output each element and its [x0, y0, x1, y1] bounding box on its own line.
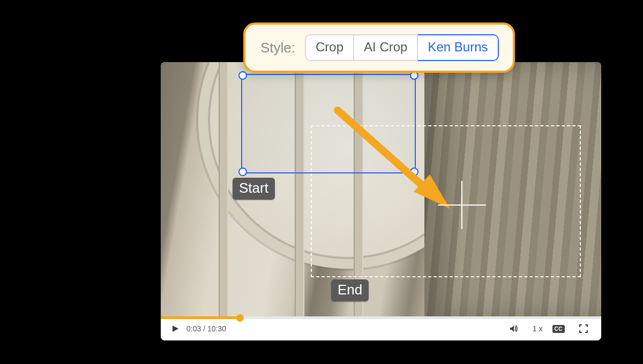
editor-stage: Start End 0:03 / 10:30 — [0, 0, 643, 364]
seek-bar-fill — [161, 316, 240, 319]
resize-handle-bottom-right[interactable] — [410, 168, 418, 176]
video-canvas[interactable]: Start End — [161, 62, 601, 317]
style-option-ai-crop[interactable]: AI Crop — [354, 34, 418, 61]
video-player: Start End 0:03 / 10:30 — [161, 62, 601, 340]
style-option-crop[interactable]: Crop — [305, 34, 354, 61]
end-frame-label: End — [331, 279, 369, 301]
backdrop-mullion — [219, 62, 228, 317]
svg-marker-3 — [510, 325, 514, 332]
kenburns-start-frame[interactable] — [241, 74, 416, 173]
volume-button[interactable] — [505, 324, 523, 333]
playback-speed[interactable]: 1 x — [533, 324, 543, 333]
seek-bar-thumb[interactable] — [236, 314, 244, 322]
fullscreen-icon — [579, 324, 588, 333]
style-segmented-control: Crop AI Crop Ken Burns — [305, 34, 498, 61]
resize-handle-top-left[interactable] — [238, 71, 247, 80]
resize-handle-bottom-left[interactable] — [238, 168, 247, 176]
style-picker: Style: Crop AI Crop Ken Burns — [243, 22, 515, 73]
time-display: 0:03 / 10:30 — [186, 324, 226, 333]
start-frame-label: Start — [233, 178, 275, 200]
volume-icon — [510, 324, 518, 333]
style-picker-label: Style: — [260, 40, 295, 56]
style-option-ken-burns[interactable]: Ken Burns — [418, 34, 498, 61]
play-button[interactable] — [166, 324, 184, 333]
crosshair-cursor-icon — [438, 181, 486, 229]
seek-bar[interactable] — [161, 316, 601, 319]
player-controls: 0:03 / 10:30 1 x CC — [161, 316, 601, 340]
svg-marker-2 — [173, 325, 178, 332]
fullscreen-button[interactable] — [574, 324, 593, 333]
captions-button[interactable]: CC — [552, 325, 565, 333]
play-icon — [171, 324, 180, 333]
